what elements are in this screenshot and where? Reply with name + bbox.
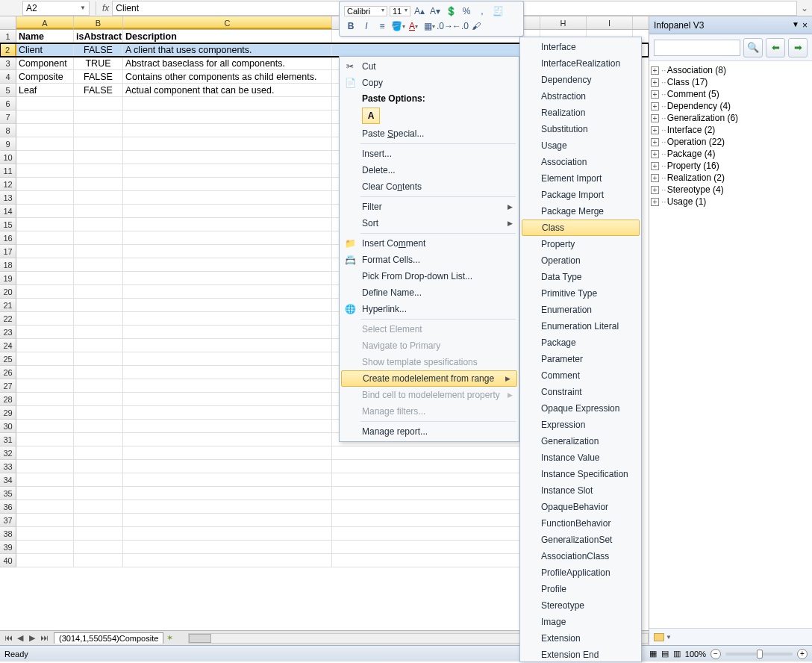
cell[interactable] bbox=[74, 433, 123, 446]
increase-decimal-icon[interactable]: .0→ bbox=[438, 19, 452, 33]
cell[interactable] bbox=[16, 514, 74, 527]
row-header[interactable]: 21 bbox=[0, 299, 16, 312]
expand-icon[interactable]: + bbox=[651, 150, 659, 158]
cell[interactable] bbox=[16, 137, 74, 151]
cell[interactable] bbox=[16, 110, 74, 124]
submenu-item[interactable]: Image bbox=[520, 614, 641, 630]
cell[interactable] bbox=[74, 460, 123, 473]
cell[interactable] bbox=[123, 110, 332, 124]
cut-item[interactable]: ✂Cut bbox=[340, 58, 519, 75]
submenu-item[interactable]: Dependency bbox=[520, 72, 641, 88]
expand-icon[interactable]: + bbox=[651, 102, 659, 110]
cell[interactable] bbox=[74, 285, 123, 299]
row-header[interactable]: 9 bbox=[0, 137, 16, 151]
row-header[interactable]: 32 bbox=[0, 446, 16, 460]
submenu-item[interactable]: Usage bbox=[520, 137, 641, 154]
submenu-item[interactable]: GeneralizationSet bbox=[520, 532, 641, 548]
column-header-c[interactable]: C bbox=[123, 16, 332, 29]
cell[interactable] bbox=[123, 218, 332, 231]
expand-icon[interactable]: + bbox=[651, 174, 659, 182]
tree-item[interactable]: +··Comment (5) bbox=[651, 88, 811, 100]
cell[interactable] bbox=[123, 541, 332, 554]
cell[interactable] bbox=[16, 541, 74, 554]
cell[interactable] bbox=[16, 487, 74, 500]
new-sheet-icon[interactable]: ✶ bbox=[166, 633, 173, 643]
row-header[interactable]: 25 bbox=[0, 352, 16, 366]
filter-item[interactable]: Filter▶ bbox=[340, 199, 519, 215]
tree-item[interactable]: +··Usage (1) bbox=[651, 196, 811, 208]
row-header[interactable]: 7 bbox=[0, 110, 16, 124]
fill-color-icon[interactable]: 🪣▾ bbox=[391, 19, 405, 33]
row-header[interactable]: 24 bbox=[0, 339, 16, 352]
cell[interactable] bbox=[16, 433, 74, 446]
cell[interactable] bbox=[123, 178, 332, 191]
cell[interactable] bbox=[16, 272, 74, 285]
cell[interactable]: FALSE bbox=[74, 43, 123, 57]
delete-item[interactable]: Delete... bbox=[340, 162, 519, 178]
cell[interactable] bbox=[16, 258, 74, 272]
cell[interactable] bbox=[74, 487, 123, 500]
tree-item[interactable]: +··Generalization (6) bbox=[651, 112, 811, 124]
cell[interactable] bbox=[16, 285, 74, 299]
cell[interactable] bbox=[16, 554, 74, 567]
cell[interactable] bbox=[16, 366, 74, 379]
cell[interactable] bbox=[16, 460, 74, 473]
cell[interactable] bbox=[74, 366, 123, 379]
submenu-item[interactable]: Package Import bbox=[520, 187, 641, 203]
zoom-value[interactable]: 100% bbox=[685, 650, 706, 659]
cell[interactable]: Description bbox=[123, 30, 332, 43]
submenu-item[interactable]: Enumeration bbox=[520, 302, 641, 318]
cell[interactable] bbox=[74, 178, 123, 191]
italic-icon[interactable]: I bbox=[360, 19, 373, 33]
cell[interactable] bbox=[123, 420, 332, 433]
cell[interactable] bbox=[16, 393, 74, 406]
accounting-format-icon[interactable]: 💲 bbox=[444, 4, 457, 18]
cell[interactable] bbox=[74, 218, 123, 231]
cell[interactable] bbox=[74, 124, 123, 137]
column-header-a[interactable]: A bbox=[16, 16, 74, 29]
tab-nav-last-icon[interactable]: ⏭ bbox=[39, 633, 49, 643]
cell[interactable] bbox=[123, 554, 332, 567]
submenu-item[interactable]: Instance Value bbox=[520, 449, 641, 466]
cell[interactable] bbox=[74, 379, 123, 393]
column-header-b[interactable]: B bbox=[74, 16, 123, 29]
format-cells-item[interactable]: 📇Format Cells... bbox=[340, 252, 519, 268]
submenu-item[interactable]: Element Import bbox=[520, 170, 641, 187]
cell[interactable] bbox=[74, 110, 123, 124]
row-header[interactable]: 11 bbox=[0, 164, 16, 178]
format-icon[interactable]: 🧾 bbox=[491, 4, 505, 18]
cell[interactable] bbox=[16, 312, 74, 326]
cell[interactable] bbox=[74, 514, 123, 527]
borders-icon[interactable]: ▦▾ bbox=[422, 19, 436, 33]
submenu-item[interactable]: Profile bbox=[520, 581, 641, 597]
submenu-item[interactable]: Stereotype bbox=[520, 597, 641, 614]
paste-special-item[interactable]: Paste Special... bbox=[340, 125, 519, 142]
tree-item[interactable]: +··Interface (2) bbox=[651, 124, 811, 136]
tab-nav-prev-icon[interactable]: ◀ bbox=[15, 633, 25, 643]
cell[interactable] bbox=[16, 473, 74, 487]
submenu-item[interactable]: InterfaceRealization bbox=[520, 55, 641, 72]
cell[interactable] bbox=[74, 541, 123, 554]
cell[interactable]: isAbstract bbox=[74, 30, 123, 43]
insert-item[interactable]: Insert... bbox=[340, 146, 519, 162]
cell[interactable]: Abstract baseclass for all components. bbox=[123, 57, 332, 70]
close-icon[interactable]: × bbox=[802, 20, 808, 31]
name-box[interactable]: A2 ▼ bbox=[22, 1, 90, 16]
expand-icon[interactable]: + bbox=[651, 66, 659, 75]
cell[interactable] bbox=[123, 366, 332, 379]
paste-option-values[interactable]: A bbox=[362, 108, 380, 124]
cell[interactable] bbox=[74, 205, 123, 218]
cell[interactable] bbox=[16, 446, 74, 460]
cell[interactable] bbox=[16, 124, 74, 137]
cell[interactable] bbox=[123, 258, 332, 272]
cell[interactable] bbox=[74, 245, 123, 258]
cell[interactable] bbox=[123, 326, 332, 339]
cell[interactable] bbox=[16, 164, 74, 178]
submenu-item[interactable]: OpaqueBehavior bbox=[520, 499, 641, 515]
cell[interactable] bbox=[123, 352, 332, 366]
cell[interactable] bbox=[123, 312, 332, 326]
cell[interactable] bbox=[74, 393, 123, 406]
submenu-item[interactable]: Realization bbox=[520, 105, 641, 121]
cell[interactable]: Component bbox=[16, 57, 74, 70]
copy-item[interactable]: 📄Copy bbox=[340, 75, 519, 91]
